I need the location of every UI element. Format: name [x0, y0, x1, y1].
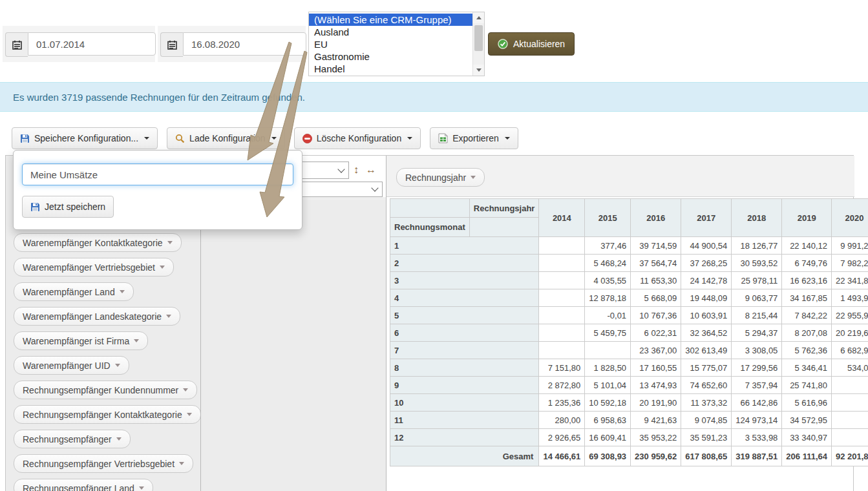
- field-pill[interactable]: Warenempfänger Land: [14, 282, 134, 301]
- check-circle-icon: [498, 39, 508, 49]
- caret-down-icon: [271, 137, 277, 140]
- field-pill[interactable]: Warenempfänger Vertriebsgebiet: [14, 258, 174, 277]
- table-row: 723 367,00302 613,493 308,055 762,366 68…: [390, 342, 868, 359]
- caret-down-icon: [187, 413, 192, 416]
- year-header: 2020: [831, 199, 868, 237]
- column-field-pill-rechnungsjahr[interactable]: Rechnungsjahr: [396, 168, 485, 187]
- pivot-cell: 17 160,55: [631, 359, 681, 377]
- field-pill[interactable]: Rechnungsempfänger: [14, 430, 131, 448]
- pivot-cell: 9 074,85: [681, 412, 732, 429]
- field-pill-label: Rechnungsempfänger Vertriebsgebiet: [23, 459, 175, 469]
- calendar-icon[interactable]: [160, 32, 183, 57]
- field-pill[interactable]: Rechnungsempfänger Land: [14, 479, 153, 491]
- scroll-down-icon[interactable]: [473, 65, 484, 76]
- table-row: 5-0,0110 767,3610 603,918 215,447 842,22…: [390, 307, 868, 324]
- excel-icon: [438, 133, 448, 143]
- save-config-button[interactable]: Speichere Konfiguration...: [12, 127, 158, 149]
- pivot-cell: [539, 324, 585, 342]
- table-row: 101 235,3610 592,1820 191,9011 373,3266 …: [390, 394, 868, 412]
- field-pill-label: Rechnungsempfänger Kundennummer: [23, 385, 178, 395]
- field-pill-label: Warenempfänger Landeskategorie: [23, 311, 162, 322]
- month-label: 7: [390, 342, 539, 359]
- caret-down-icon: [471, 176, 476, 179]
- month-label: 8: [390, 359, 539, 377]
- date-to-input[interactable]: [183, 32, 306, 56]
- pivot-cell: 6 022,31: [631, 324, 681, 342]
- scroll-up-icon[interactable]: [473, 12, 484, 23]
- pivot-cell: 11 653,30: [631, 272, 681, 289]
- pivot-cell: 5 346,41: [782, 359, 832, 377]
- chevron-down-icon: [337, 165, 344, 172]
- crm-group-option[interactable]: Handel: [309, 63, 472, 75]
- export-button[interactable]: Exportieren: [430, 127, 518, 149]
- scrollbar-thumb[interactable]: [474, 25, 483, 51]
- pivot-cell: [831, 394, 868, 412]
- pivot-cell: 44 900,54: [681, 237, 732, 255]
- field-pill[interactable]: Rechnungsempfänger Vertriebsgebiet: [14, 454, 193, 473]
- pivot-cell: 7 982,27: [831, 255, 868, 272]
- pivot-cell: 5 762,36: [782, 342, 832, 359]
- floppy-icon: [30, 202, 40, 212]
- pivot-cell: 14 466,61: [539, 446, 585, 466]
- date-from-input[interactable]: [28, 32, 156, 56]
- config-name-input[interactable]: [22, 163, 293, 185]
- pivot-cell: 32 364,52: [681, 324, 732, 342]
- pivot-cell: [831, 429, 868, 446]
- refresh-button[interactable]: Aktualisieren: [488, 32, 575, 56]
- pivot-cell: 124 973,14: [732, 412, 782, 429]
- resize-vertical-icon[interactable]: ↕: [354, 165, 359, 175]
- month-label: 2: [390, 255, 539, 272]
- field-pill-label: Warenempfänger Land: [23, 287, 115, 297]
- chevron-down-icon: [371, 184, 378, 191]
- pivot-cell: 5 616,96: [782, 394, 832, 412]
- pivot-cell: 34 572,95: [782, 412, 832, 429]
- crm-group-option[interactable]: EU: [309, 38, 472, 50]
- month-label: 10: [390, 394, 539, 412]
- caret-down-icon: [116, 437, 122, 441]
- pivot-cell: 16 623,16: [782, 272, 832, 289]
- total-row: Gesamt14 466,6169 308,93230 959,62617 80…: [390, 446, 868, 466]
- pivot-cell: -0,01: [585, 307, 631, 324]
- pivot-cell: 534,00: [831, 359, 868, 377]
- delete-config-label: Lösche Konfiguration: [317, 133, 402, 143]
- pivot-cell: [539, 272, 585, 289]
- pivot-cell: 37 564,74: [631, 255, 681, 272]
- field-pill-label: Warenempfänger Kontaktkategorie: [23, 238, 163, 248]
- pivot-cell: 22 341,86: [831, 272, 868, 289]
- pivot-cell: [539, 342, 585, 359]
- listbox-scrollbar[interactable]: [472, 12, 484, 76]
- calendar-icon[interactable]: [5, 32, 28, 57]
- load-config-button[interactable]: Lade Konfiguration: [167, 127, 285, 149]
- field-pill[interactable]: Rechnungsempfänger Kundennummer: [14, 381, 197, 399]
- pivot-cell: [539, 255, 585, 272]
- month-label: 4: [390, 289, 539, 307]
- field-pill[interactable]: Warenempfänger Landeskategorie: [14, 307, 180, 326]
- crm-group-option[interactable]: Ausland: [309, 26, 472, 38]
- pivot-cell: 5 668,09: [631, 289, 681, 307]
- pivot-cell: 10 592,18: [585, 394, 631, 412]
- crm-group-options: (Wählen Sie eine CRM-Gruppe)AuslandEUGas…: [309, 12, 472, 76]
- field-pill[interactable]: Warenempfänger UID: [14, 356, 129, 375]
- pivot-cell: 74 652,60: [681, 377, 732, 394]
- save-now-button[interactable]: Jetzt speichern: [22, 196, 114, 218]
- pivot-cell: 15 775,07: [681, 359, 732, 377]
- pivot-cell: 5 294,37: [732, 324, 782, 342]
- crm-group-option[interactable]: Gastronomie: [309, 50, 472, 63]
- pivot-cell: 1 493,94: [831, 289, 868, 307]
- caret-down-icon: [134, 339, 139, 342]
- save-now-label: Jetzt speichern: [45, 202, 105, 212]
- resize-horizontal-icon[interactable]: ↔: [366, 165, 376, 175]
- crm-group-option[interactable]: (Wählen Sie eine CRM-Gruppe): [309, 14, 472, 26]
- pivot-cell: 206 111,64: [782, 446, 832, 466]
- field-pill-label: Warenempfänger Vertriebsgebiet: [23, 262, 155, 273]
- pivot-cell: [831, 377, 868, 394]
- crm-group-listbox[interactable]: (Wählen Sie eine CRM-Gruppe)AuslandEUGas…: [308, 12, 485, 76]
- pivot-cell: 20 191,90: [631, 394, 681, 412]
- month-label: 12: [390, 429, 539, 446]
- field-pill[interactable]: Warenempfänger Kontaktkategorie: [14, 233, 182, 252]
- pivot-cell: 37 268,25: [681, 255, 732, 272]
- field-pill[interactable]: Rechnungsempfänger Kontaktkategorie: [14, 405, 201, 424]
- delete-config-button[interactable]: Lösche Konfiguration: [294, 127, 421, 149]
- column-field-label: Rechnungsjahr: [405, 172, 466, 183]
- field-pill[interactable]: Warenempfänger ist Firma: [14, 331, 148, 350]
